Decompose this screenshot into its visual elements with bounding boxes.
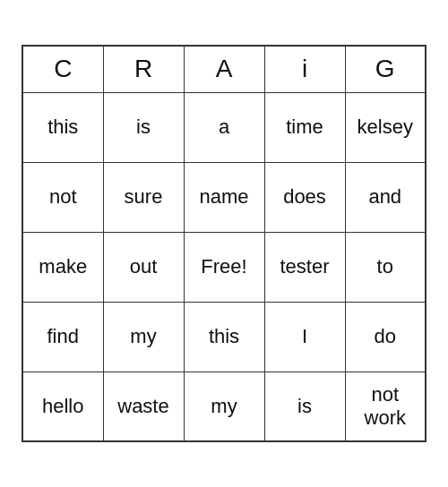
table-cell: my: [103, 302, 184, 372]
bingo-board: CRAiG thisisatimekelseynotsurenamedoesan…: [22, 45, 426, 442]
bingo-table: CRAiG thisisatimekelseynotsurenamedoesan…: [22, 45, 426, 442]
header-row: CRAiG: [22, 46, 426, 92]
header-cell: A: [184, 46, 264, 92]
table-cell: and: [345, 162, 426, 232]
header-cell: i: [264, 46, 345, 92]
table-cell: this: [184, 302, 264, 372]
table-cell: a: [184, 92, 264, 162]
table-cell: to: [345, 232, 426, 302]
table-cell: I: [264, 302, 345, 372]
table-cell: is: [103, 92, 184, 162]
header-cell: R: [103, 46, 184, 92]
table-cell: make: [22, 232, 103, 302]
header-cell: G: [345, 46, 426, 92]
table-row: notsurenamedoesand: [22, 162, 426, 232]
table-cell: is: [264, 372, 345, 441]
header-cell: C: [22, 46, 103, 92]
table-cell: my: [184, 372, 264, 441]
table-cell: find: [22, 302, 103, 372]
table-cell: tester: [264, 232, 345, 302]
table-cell: Free!: [184, 232, 264, 302]
table-cell: does: [264, 162, 345, 232]
table-cell: notwork: [345, 372, 426, 441]
table-row: thisisatimekelsey: [22, 92, 426, 162]
table-cell: kelsey: [345, 92, 426, 162]
table-cell: do: [345, 302, 426, 372]
table-cell: out: [103, 232, 184, 302]
table-row: hellowastemyisnotwork: [22, 372, 426, 441]
table-cell: hello: [22, 372, 103, 441]
table-cell: time: [264, 92, 345, 162]
table-cell: name: [184, 162, 264, 232]
table-cell: waste: [103, 372, 184, 441]
table-row: findmythisIdo: [22, 302, 426, 372]
table-row: makeoutFree!testerto: [22, 232, 426, 302]
table-cell: not: [22, 162, 103, 232]
table-cell: this: [22, 92, 103, 162]
table-cell: sure: [103, 162, 184, 232]
